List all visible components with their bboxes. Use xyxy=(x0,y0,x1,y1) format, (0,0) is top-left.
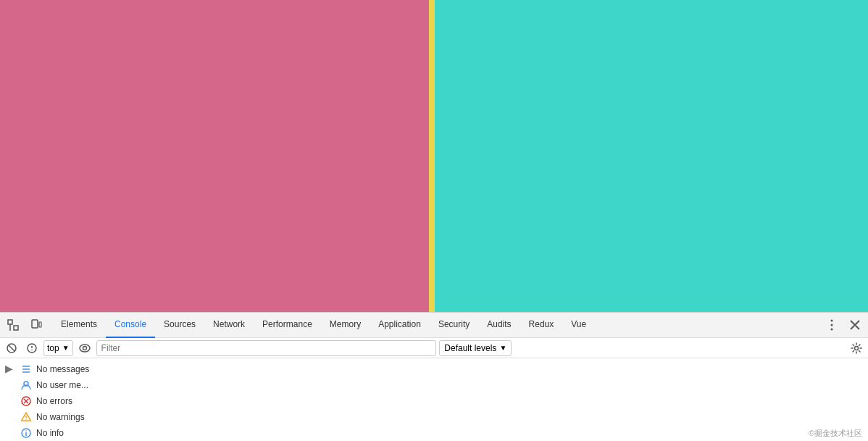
console-content: ▶ No messagesNo user me...No errorsNo wa… xyxy=(0,358,868,441)
preserve-log-icon[interactable] xyxy=(23,339,41,357)
devtools-panel: ElementsConsoleSourcesNetworkPerformance… xyxy=(0,312,868,441)
svg-point-17 xyxy=(855,346,859,350)
tab-sources[interactable]: Sources xyxy=(155,313,204,338)
console-settings-icon[interactable] xyxy=(848,339,865,357)
message-text-no-info: No info xyxy=(36,428,64,438)
tab-elements[interactable]: Elements xyxy=(52,313,106,338)
svg-point-16 xyxy=(83,346,86,350)
svg-line-11 xyxy=(9,345,14,351)
message-text-no-errors: No errors xyxy=(36,396,72,406)
viewport-right-panel xyxy=(435,0,868,312)
console-expand-arrow[interactable]: ▶ xyxy=(0,358,17,441)
context-arrow: ▼ xyxy=(62,344,70,352)
svg-point-15 xyxy=(80,345,90,352)
message-icon-no-warnings xyxy=(20,411,32,423)
tab-memory[interactable]: Memory xyxy=(321,313,370,338)
svg-rect-3 xyxy=(32,320,38,328)
svg-point-7 xyxy=(831,329,833,331)
svg-point-26 xyxy=(25,419,26,420)
tab-console[interactable]: Console xyxy=(106,313,155,338)
watermark: ©掘金技术社区 xyxy=(809,428,862,439)
tab-audits[interactable]: Audits xyxy=(478,313,519,338)
svg-point-29 xyxy=(25,430,27,432)
close-devtools-icon[interactable] xyxy=(845,315,865,335)
console-message-no-warnings: No warnings xyxy=(17,409,868,425)
svg-rect-0 xyxy=(8,320,12,324)
message-text-no-warnings: No warnings xyxy=(36,412,85,422)
default-levels-label: Default levels xyxy=(444,343,496,353)
tab-network[interactable]: Network xyxy=(204,313,254,338)
console-message-no-info: No info xyxy=(17,425,868,441)
tab-vue[interactable]: Vue xyxy=(562,313,595,338)
console-messages-list: No messagesNo user me...No errorsNo warn… xyxy=(17,358,868,441)
devtools-toolbar-right xyxy=(822,315,865,335)
devtools-tabs: ElementsConsoleSourcesNetworkPerformance… xyxy=(52,313,822,338)
console-message-no-messages: No messages xyxy=(17,361,868,377)
context-label: top xyxy=(47,343,59,353)
viewport-left-panel xyxy=(0,0,429,312)
message-icon-no-info xyxy=(20,427,32,439)
svg-rect-4 xyxy=(39,322,41,327)
clear-console-icon[interactable] xyxy=(3,339,20,357)
message-text-no-user-messages: No user me... xyxy=(36,380,88,390)
svg-point-14 xyxy=(31,349,33,350)
eye-icon[interactable] xyxy=(76,339,93,357)
context-selector[interactable]: top ▼ xyxy=(43,340,73,356)
default-levels-selector[interactable]: Default levels ▼ xyxy=(439,340,512,356)
tab-application[interactable]: Application xyxy=(370,313,430,338)
device-toolbar-icon[interactable] xyxy=(26,315,46,335)
viewport-divider xyxy=(429,0,435,312)
inspect-element-icon[interactable] xyxy=(3,315,23,335)
filter-input[interactable] xyxy=(96,340,437,356)
more-options-icon[interactable] xyxy=(822,315,842,335)
console-message-no-errors: No errors xyxy=(17,393,868,409)
browser-viewport xyxy=(0,0,868,312)
console-message-no-user-messages: No user me... xyxy=(17,377,868,393)
message-text-no-messages: No messages xyxy=(36,364,89,374)
svg-point-5 xyxy=(831,320,833,322)
message-icon-no-messages xyxy=(20,363,32,375)
message-icon-no-user-messages xyxy=(20,379,32,391)
tab-performance[interactable]: Performance xyxy=(254,313,321,338)
message-icon-no-errors xyxy=(20,395,32,407)
tab-security[interactable]: Security xyxy=(430,313,478,338)
console-toolbar: top ▼ Default levels ▼ xyxy=(0,338,868,358)
devtools-icon-group xyxy=(3,315,46,335)
devtools-toolbar: ElementsConsoleSourcesNetworkPerformance… xyxy=(0,313,868,338)
default-levels-arrow: ▼ xyxy=(499,344,506,352)
svg-point-6 xyxy=(831,324,833,326)
svg-rect-1 xyxy=(14,326,18,330)
tab-redux[interactable]: Redux xyxy=(520,313,563,338)
